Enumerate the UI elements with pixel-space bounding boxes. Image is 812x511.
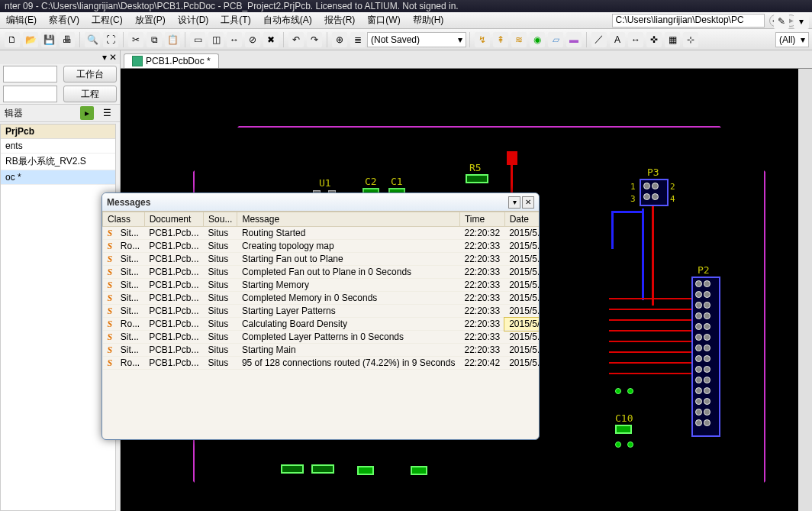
select-touch-icon[interactable]: ◫: [208, 32, 224, 47]
print-icon[interactable]: 🖶: [60, 32, 75, 47]
workspace-combo[interactable]: [3, 66, 57, 82]
col-document[interactable]: Document: [144, 212, 203, 227]
cross-probe-icon[interactable]: ⊕: [332, 32, 347, 47]
designator-c1: C1: [391, 176, 403, 187]
close-icon[interactable]: ✕: [522, 196, 534, 209]
copy-icon[interactable]: ⧉: [147, 32, 162, 47]
col-source[interactable]: Sou...: [204, 212, 237, 227]
menu-window[interactable]: 窗口(W): [361, 12, 406, 28]
table-row[interactable]: S Sit...PCB1.Pcb...SitusStarting Fan out…: [103, 253, 540, 266]
browse-icon[interactable]: ≣: [350, 32, 366, 47]
paste-icon[interactable]: 📋: [165, 32, 180, 47]
project-tree[interactable]: PrjPcb ents RB最小系统_RV2.S oc *: [0, 124, 116, 511]
tab-pcbdoc[interactable]: PCB1.PcbDoc *: [124, 53, 219, 68]
tree-item-selected[interactable]: oc *: [1, 170, 115, 185]
route-icon[interactable]: ↯: [475, 32, 490, 47]
messages-body[interactable]: Class Document Sou... Message Time Date …: [102, 212, 539, 439]
filter-label: (All): [779, 34, 795, 45]
status-icon: S: [108, 267, 118, 277]
designator-c10: C10: [615, 412, 633, 424]
table-row[interactable]: S Ro...PCB1.Pcb...SitusCreating topology…: [103, 240, 540, 253]
filter-combo[interactable]: (All)▾: [775, 32, 809, 47]
pin-num: 4: [670, 194, 675, 204]
trace: [611, 211, 614, 249]
zoom-area-icon[interactable]: 🔍: [85, 32, 100, 47]
compile-icon[interactable]: ▸: [80, 106, 94, 120]
dimension-icon[interactable]: ↔: [628, 32, 643, 47]
diff-combo[interactable]: (Not Saved)▾: [367, 32, 466, 47]
window-title: nter 09 - C:\Users\liangrijian\Desktop\P…: [5, 1, 459, 11]
new-doc-icon[interactable]: 🗋: [5, 32, 20, 47]
separator: [469, 32, 470, 47]
col-message[interactable]: Message: [237, 212, 460, 227]
save-icon[interactable]: 💾: [41, 32, 56, 47]
workspace-button[interactable]: 工作台: [63, 66, 117, 82]
messages-window[interactable]: Messages ▾ ✕ Class Document Sou... Messa…: [102, 192, 540, 440]
menu-view[interactable]: 察看(V): [43, 12, 85, 28]
undo-icon[interactable]: ↶: [288, 32, 304, 47]
project-button[interactable]: 工程: [63, 86, 117, 102]
redo-icon[interactable]: ↷: [307, 32, 322, 47]
deselect-icon[interactable]: ⊘: [245, 32, 260, 47]
menu-place[interactable]: 放置(P): [129, 12, 172, 28]
table-row[interactable]: S Sit...PCB1.Pcb...SitusCompleted Memory…: [103, 292, 540, 305]
title-bar: nter 09 - C:\Users\liangrijian\Desktop\P…: [0, 0, 812, 12]
panel-dropdown-icon[interactable]: ▾ ✕: [102, 52, 117, 63]
menu-design[interactable]: 设计(D): [172, 12, 215, 28]
menu-report[interactable]: 报告(R): [318, 12, 362, 28]
poly-icon[interactable]: ▱: [548, 32, 563, 47]
menu-autoroute[interactable]: 自动布线(A): [257, 12, 318, 28]
fill-icon[interactable]: ▬: [566, 32, 582, 47]
vertical-scrollbar[interactable]: [798, 69, 812, 511]
route-diff-icon[interactable]: ⇞: [493, 32, 508, 47]
pencil-icon[interactable]: ✎: [774, 14, 789, 29]
tree-item[interactable]: ents: [1, 139, 115, 154]
pcb-file-icon: [132, 56, 143, 66]
trace: [652, 206, 654, 306]
col-time[interactable]: Time: [459, 212, 504, 227]
editor-right-tools: ✎ ▾: [772, 14, 810, 29]
open-icon[interactable]: 📂: [23, 32, 38, 47]
string-icon[interactable]: A: [610, 32, 625, 47]
header-p3: [640, 179, 669, 206]
status-icon: S: [108, 332, 118, 342]
cut-icon[interactable]: ✂: [128, 32, 143, 47]
select-rect-icon[interactable]: ▭: [190, 32, 205, 47]
structure-icon[interactable]: ☰: [100, 106, 114, 120]
zoom-fit-icon[interactable]: ⛶: [103, 32, 118, 47]
tree-root[interactable]: PrjPcb: [1, 125, 115, 139]
col-date[interactable]: Date: [504, 212, 539, 227]
trace: [609, 298, 691, 299]
table-row[interactable]: S Ro...PCB1.Pcb...Situs95 of 128 connect…: [103, 357, 540, 370]
menu-tools[interactable]: 工具(T): [214, 12, 256, 28]
status-icon: S: [108, 319, 118, 329]
messages-titlebar[interactable]: Messages ▾ ✕: [102, 193, 539, 212]
menu-help[interactable]: 帮助(H): [407, 12, 450, 28]
col-class[interactable]: Class: [103, 212, 145, 227]
project-combo[interactable]: [3, 86, 57, 102]
clear-icon[interactable]: ✖: [263, 32, 279, 47]
led: [507, 151, 517, 165]
comp-icon[interactable]: ▦: [665, 32, 680, 47]
coord-icon[interactable]: ⊹: [683, 32, 698, 47]
table-row[interactable]: S Sit...PCB1.Pcb...SitusRouting Started2…: [103, 227, 540, 240]
route-multi-icon[interactable]: ≋: [511, 32, 527, 47]
move-icon[interactable]: ↔: [227, 32, 242, 47]
table-row[interactable]: S Sit...PCB1.Pcb...SitusCompleted Layer …: [103, 331, 540, 344]
dropdown-icon[interactable]: ▾: [794, 14, 809, 29]
line-icon[interactable]: ／: [591, 32, 607, 47]
table-row[interactable]: S Sit...PCB1.Pcb...SitusCompleted Fan ou…: [103, 266, 540, 279]
panel-section-label: 辑器: [5, 107, 23, 120]
separator: [123, 32, 124, 47]
origin-icon[interactable]: ✜: [646, 32, 662, 47]
via-icon[interactable]: ◉: [530, 32, 545, 47]
dropdown-icon[interactable]: ▾: [508, 196, 520, 209]
tree-item[interactable]: RB最小系统_RV2.S: [1, 154, 115, 170]
table-row[interactable]: S Sit...PCB1.Pcb...SitusStarting Main22:…: [103, 344, 540, 357]
menu-edit[interactable]: 编辑(E): [0, 12, 43, 28]
menu-project[interactable]: 工程(C): [85, 12, 129, 28]
table-row[interactable]: S Ro...PCB1.Pcb...SitusCalculating Board…: [103, 318, 540, 331]
address-bar[interactable]: C:\Users\liangrijian\Desktop\PC: [612, 14, 765, 27]
table-row[interactable]: S Sit...PCB1.Pcb...SitusStarting Layer P…: [103, 305, 540, 318]
table-row[interactable]: S Sit...PCB1.Pcb...SitusStarting Memory2…: [103, 279, 540, 292]
